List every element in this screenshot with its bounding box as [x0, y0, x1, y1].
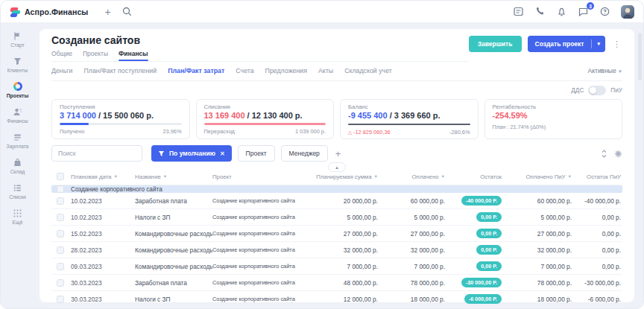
group-checkbox[interactable]: [57, 185, 64, 193]
subtab[interactable]: Акты: [318, 67, 333, 74]
rest-badge: 0,00 Р.: [476, 229, 502, 238]
card-footer-right: 1 039 000 р.: [295, 128, 326, 135]
add-filter-button[interactable]: +: [334, 148, 343, 159]
brand[interactable]: Аспро.Финансы: [10, 7, 88, 17]
subtab-list: ДеньгиПлан/Факт поступленийПлан/Факт зат…: [51, 67, 392, 74]
subtab[interactable]: Складской учет: [344, 67, 392, 74]
card-footer-left: △-12 825 060,36: [348, 129, 391, 136]
column-header[interactable]: Название▼: [135, 173, 212, 180]
sidebar-item-7[interactable]: Списки: [2, 179, 34, 203]
table-row[interactable]: 28.02.2023Командировочные расходыСоздани…: [51, 242, 622, 258]
default-filter-button[interactable]: По умолчанию ✕: [151, 145, 232, 162]
finish-button[interactable]: Завершить: [469, 36, 522, 52]
column-header[interactable]: Оплачено ПиУ▼: [503, 173, 573, 180]
filter-chip-Проект[interactable]: Проект: [238, 145, 275, 162]
sort-chevron-icon[interactable]: ▼: [374, 174, 378, 179]
column-header[interactable]: Плановая дата▼: [71, 173, 135, 180]
sidebar-item-6[interactable]: Склад: [2, 154, 34, 178]
rest-badge: -6 000,00 Р.: [464, 294, 502, 304]
tab-Общие[interactable]: Общие: [51, 50, 72, 61]
table-row[interactable]: 09.03.2023Командировочные расходыСоздани…: [51, 258, 622, 275]
table-row[interactable]: 10.02.2023Налоги с ЗПСоздание корпоратив…: [51, 209, 622, 226]
summary-card-1[interactable]: Поступления3 714 000 / 15 500 060 р.Полу…: [51, 99, 190, 139]
subtab[interactable]: План/Факт затрат: [168, 67, 224, 74]
cell-rest: -30 000,00 Р.: [446, 278, 503, 287]
tab-Финансы[interactable]: Финансы: [119, 50, 148, 61]
sort-chevron-icon[interactable]: ▼: [568, 174, 572, 179]
column-header[interactable]: Планируемая сумма▼: [300, 173, 379, 180]
table-row[interactable]: 30.03.2023Заработная платаСоздание корпо…: [51, 275, 622, 291]
cell-rest: 0,00 Р.: [446, 261, 503, 271]
search-input[interactable]: [51, 145, 142, 162]
sidebar-item-8[interactable]: Ещё: [2, 205, 34, 229]
sort-chevron-icon[interactable]: ▼: [113, 174, 117, 179]
scrollbar[interactable]: [638, 33, 642, 286]
user-avatar[interactable]: [621, 5, 634, 19]
filter-chip-Менеджер[interactable]: Менеджер: [281, 145, 328, 162]
status-filter-dropdown[interactable]: Активные ▼: [588, 67, 623, 74]
sidebar-item-4[interactable]: Финансы: [2, 103, 34, 127]
sidebar-item-2[interactable]: Клиенты: [2, 53, 34, 77]
summary-card-4[interactable]: Рентабельность-254.59%План : 21.74% (Δ0%…: [484, 99, 623, 139]
create-project-label: Создать проект: [528, 40, 592, 48]
search-icon[interactable]: [121, 6, 133, 17]
summary-card-2[interactable]: Списания13 169 400 / 12 130 400 р.Перера…: [196, 99, 335, 139]
row-checkbox[interactable]: [57, 279, 64, 287]
table-row[interactable]: 15.02.2023Командировочные расходыСоздани…: [51, 226, 622, 242]
chevron-down-icon[interactable]: ▾: [592, 41, 605, 47]
collapse-table-button[interactable]: ▲: [328, 162, 346, 172]
cell-rest-piu: 0,00 р.: [573, 214, 622, 221]
page-title: Создание сайтов: [51, 34, 469, 46]
table-row[interactable]: 30.03.2023Налоги с ЗПСоздание корпоратив…: [51, 291, 622, 308]
filter-chips: ПроектМенеджер: [238, 145, 328, 162]
close-icon[interactable]: ✕: [220, 150, 225, 157]
bell-icon[interactable]: [556, 6, 567, 17]
collapse-rows-icon[interactable]: [600, 150, 608, 158]
column-header: Остаток: [446, 173, 503, 180]
create-project-button[interactable]: Создать проект ▾: [528, 36, 606, 52]
cell-rest: 0,00 Р.: [446, 229, 503, 238]
row-checkbox[interactable]: [57, 246, 64, 254]
row-checkbox[interactable]: [57, 214, 64, 221]
cell-name: Налоги с ЗП: [135, 214, 212, 221]
chat-icon[interactable]: 3: [578, 6, 589, 17]
cell-paid-piu: 27 000,00 р.: [503, 230, 573, 238]
dds-piu-toggle[interactable]: [588, 86, 606, 95]
title-actions: Завершить Создать проект ▾ ⋮: [469, 36, 622, 52]
subtab[interactable]: Предложения: [265, 67, 307, 74]
scrollbar-thumb[interactable]: [638, 33, 642, 80]
group-row[interactable]: Создание корпоративного сайта: [51, 185, 622, 193]
sidebar-item-5[interactable]: Зарплата: [2, 129, 34, 153]
table-settings-gear-icon[interactable]: [614, 150, 622, 158]
sidebar-item-label: Склад: [10, 169, 25, 174]
group-label: Создание корпоративного сайта: [71, 186, 622, 193]
sidebar-item-3[interactable]: Проекты: [2, 78, 34, 102]
notes-icon[interactable]: [513, 6, 524, 17]
sort-chevron-icon[interactable]: ▼: [441, 174, 445, 179]
row-checkbox[interactable]: [57, 263, 64, 270]
subtab[interactable]: План/Факт поступлений: [83, 67, 157, 74]
delta-icon: △: [348, 130, 352, 135]
global-add-button[interactable]: +: [101, 5, 113, 19]
cell-rest-piu: 0,00 р.: [573, 230, 622, 238]
row-checkbox[interactable]: [57, 197, 64, 205]
card-footer-right: -280,6%: [449, 129, 470, 136]
help-icon[interactable]: [599, 6, 610, 17]
table-row[interactable]: 10.02.2023Заработная платаСоздание корпо…: [51, 193, 622, 209]
tab-Проекты[interactable]: Проекты: [83, 50, 108, 61]
summary-card-3[interactable]: Баланс-9 455 400 / 3 369 660 р.△-12 825 …: [340, 99, 479, 139]
column-header[interactable]: Оплачено▼: [379, 173, 446, 180]
topbar-actions: 3: [513, 5, 634, 19]
more-actions-button[interactable]: ⋮: [611, 39, 622, 50]
select-all-checkbox[interactable]: [57, 173, 64, 180]
sort-chevron-icon[interactable]: ▼: [163, 174, 167, 179]
phone-icon[interactable]: [534, 6, 546, 17]
column-header: Остаток ПиУ: [573, 173, 622, 180]
chevron-down-icon: ▼: [618, 69, 622, 74]
sidebar-item-1[interactable]: Старт: [2, 28, 34, 51]
row-checkbox[interactable]: [57, 296, 64, 303]
card-title: Рентабельность: [493, 103, 615, 110]
subtab[interactable]: Счета: [236, 67, 253, 74]
row-checkbox[interactable]: [57, 230, 64, 238]
subtab[interactable]: Деньги: [51, 67, 72, 74]
